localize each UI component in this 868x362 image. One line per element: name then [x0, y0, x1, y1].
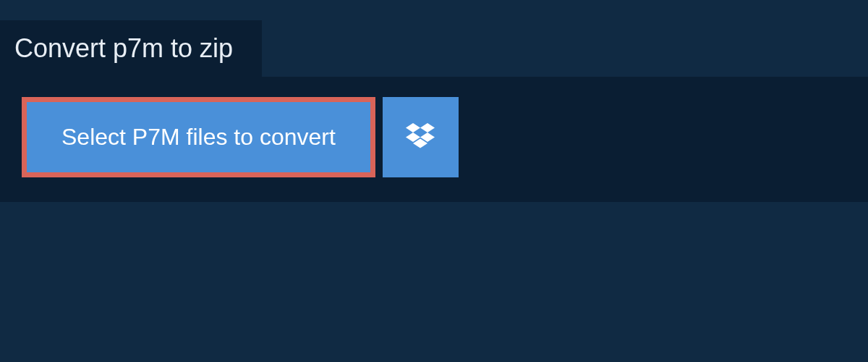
content-panel: Select P7M files to convert [0, 77, 868, 202]
page-title: Convert p7m to zip [14, 33, 233, 64]
select-files-label: Select P7M files to convert [61, 124, 336, 151]
dropbox-button[interactable] [383, 97, 459, 177]
button-row: Select P7M files to convert [22, 97, 846, 177]
tab-header: Convert p7m to zip [0, 20, 262, 77]
dropbox-icon [406, 123, 435, 151]
select-files-button[interactable]: Select P7M files to convert [22, 97, 375, 177]
